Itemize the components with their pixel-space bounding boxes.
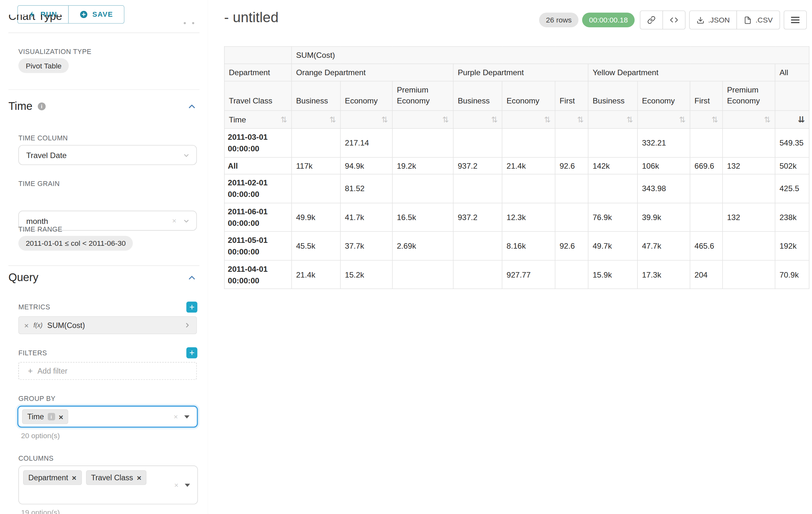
add-filter-button[interactable]: Add filter <box>18 362 197 380</box>
pivot-value-cell: 45.5k <box>292 232 341 260</box>
filters-label: FILTERS <box>18 349 47 357</box>
columns-pill[interactable]: Department <box>23 470 82 485</box>
pivot-value-cell: 937.2 <box>453 157 502 174</box>
pivot-value-cell: 217.14 <box>341 129 393 157</box>
pivot-column-group-header: All <box>775 63 809 81</box>
pivot-value-cell <box>453 174 502 203</box>
sort-cell[interactable]: ⇅ <box>453 110 502 129</box>
columns-pill[interactable]: Travel Class <box>86 470 146 485</box>
remove-metric-icon[interactable] <box>24 321 29 329</box>
sort-cell[interactable]: ⇅ <box>341 110 393 129</box>
sort-icon[interactable]: ⇅ <box>442 115 449 124</box>
sort-cell[interactable]: ⇅ <box>722 110 775 129</box>
embed-code-button[interactable] <box>662 10 686 30</box>
pivot-value-cell <box>555 260 588 289</box>
sort-icon[interactable]: ⇅ <box>627 115 633 124</box>
caret-down-icon[interactable] <box>185 484 190 487</box>
time-column-value: Travel Date <box>26 151 67 160</box>
divider <box>8 265 199 266</box>
columns-options-hint: 19 option(s) <box>21 508 60 514</box>
pivot-value-cell <box>722 174 775 203</box>
pivot-value-cell <box>690 174 722 203</box>
clear-icon[interactable] <box>174 413 178 421</box>
link-icon <box>647 16 656 24</box>
pivot-row-label: 2011-03-01 00:00:00 <box>224 129 291 157</box>
pivot-value-cell: 8.16k <box>502 232 555 260</box>
sort-cell[interactable]: ⇅ <box>393 110 454 129</box>
menu-button-group <box>784 10 807 30</box>
pivot-value-cell <box>393 129 454 157</box>
chart-type-heading-clipped: Chart Type <box>8 15 124 25</box>
pivot-value-cell: 21.4k <box>502 157 555 174</box>
chevron-right-icon <box>183 322 191 329</box>
json-button-label: .JSON <box>708 16 729 24</box>
sort-icon[interactable]: ⇅ <box>329 115 336 124</box>
visualization-type-label: VISUALIZATION TYPE <box>18 48 91 56</box>
sort-cell-sorted[interactable]: ⇊ <box>775 110 809 129</box>
sort-icon[interactable]: ⇅ <box>381 115 388 124</box>
pivot-value-cell: 92.6 <box>555 157 588 174</box>
pivot-value-cell <box>393 174 454 203</box>
pivot-column-header: Premium Economy <box>722 81 775 110</box>
collapse-section-button[interactable] <box>187 272 197 282</box>
pivot-value-cell <box>502 129 555 157</box>
export-csv-button[interactable]: .CSV <box>736 10 780 30</box>
clipped-icons <box>183 22 194 24</box>
add-metric-button[interactable] <box>186 302 197 313</box>
clear-icon[interactable] <box>174 481 178 489</box>
explore-page: RUN SAVE Chart Type VISUALIZATION TYPE P… <box>0 0 812 514</box>
sort-icon[interactable]: ⇅ <box>712 115 718 124</box>
chart-title[interactable]: - untitled <box>224 9 278 26</box>
sort-cell[interactable]: ⇅ <box>502 110 555 129</box>
pivot-time-axis-label[interactable]: ⇅Time <box>224 110 291 129</box>
time-column-select[interactable]: Travel Date <box>18 145 197 165</box>
pivot-value-cell: 92.6 <box>555 232 588 260</box>
pivot-value-cell <box>292 129 341 157</box>
sort-icon[interactable]: ⇅ <box>491 115 498 124</box>
copy-link-button[interactable] <box>640 10 663 30</box>
pivot-value-cell <box>453 260 502 289</box>
sort-cell[interactable]: ⇅ <box>588 110 638 129</box>
pivot-value-cell: 669.6 <box>690 157 722 174</box>
group-by-pill[interactable]: Time <box>22 409 69 424</box>
remove-pill-icon[interactable] <box>137 474 141 482</box>
add-filter-plus-button[interactable] <box>186 347 197 358</box>
pivot-column-header: Economy <box>502 81 555 110</box>
sort-icon[interactable]: ⇅ <box>544 115 551 124</box>
pivot-row-label: 2011-02-01 00:00:00 <box>224 174 291 203</box>
columns-select[interactable]: Department Travel Class <box>18 465 198 504</box>
time-range-value[interactable]: 2011-01-01 ≤ col < 2011-06-30 <box>18 236 133 250</box>
sort-icon[interactable]: ⇅ <box>679 115 686 124</box>
pivot-metric-header: SUM(Cost) <box>292 47 809 64</box>
sort-icon[interactable]: ⇅ <box>577 115 584 124</box>
pivot-value-cell <box>722 260 775 289</box>
info-icon[interactable] <box>38 102 46 110</box>
collapse-section-button[interactable] <box>187 101 197 111</box>
menu-button[interactable] <box>784 10 807 30</box>
group-by-select[interactable]: Time <box>17 406 198 428</box>
chart-panel: - untitled 26 rows 00:00:00.18 .JSON <box>208 0 812 514</box>
pivot-value-cell <box>502 174 555 203</box>
remove-pill-icon[interactable] <box>72 474 77 482</box>
sort-cell[interactable]: ⇅ <box>637 110 690 129</box>
info-icon[interactable] <box>48 413 55 421</box>
time-grain-label: TIME GRAIN <box>18 180 60 188</box>
remove-pill-icon[interactable] <box>59 413 63 421</box>
visualization-type-value[interactable]: Pivot Table <box>18 58 69 73</box>
pivot-value-cell: 41.7k <box>341 203 393 232</box>
caret-down-icon[interactable] <box>184 415 190 418</box>
group-by-options-hint: 20 option(s) <box>21 431 60 440</box>
sort-desc-icon[interactable]: ⇊ <box>798 115 805 124</box>
sort-cell[interactable]: ⇅ <box>555 110 588 129</box>
sort-cell[interactable]: ⇅ <box>292 110 341 129</box>
pivot-value-cell: 16.5k <box>393 203 454 232</box>
clear-icon[interactable] <box>172 217 176 224</box>
pivot-row: 2011-05-01 00:00:0045.5k37.7k2.69k8.16k9… <box>224 232 809 260</box>
pivot-department-axis-label: Department <box>224 63 291 81</box>
export-json-button[interactable]: .JSON <box>689 10 737 30</box>
sort-icon[interactable]: ⇅ <box>764 115 771 124</box>
metric-control[interactable]: f(x) SUM(Cost) <box>18 317 197 334</box>
sort-icon[interactable]: ⇅ <box>281 114 287 125</box>
chevron-up-icon <box>187 272 197 282</box>
sort-cell[interactable]: ⇅ <box>690 110 722 129</box>
